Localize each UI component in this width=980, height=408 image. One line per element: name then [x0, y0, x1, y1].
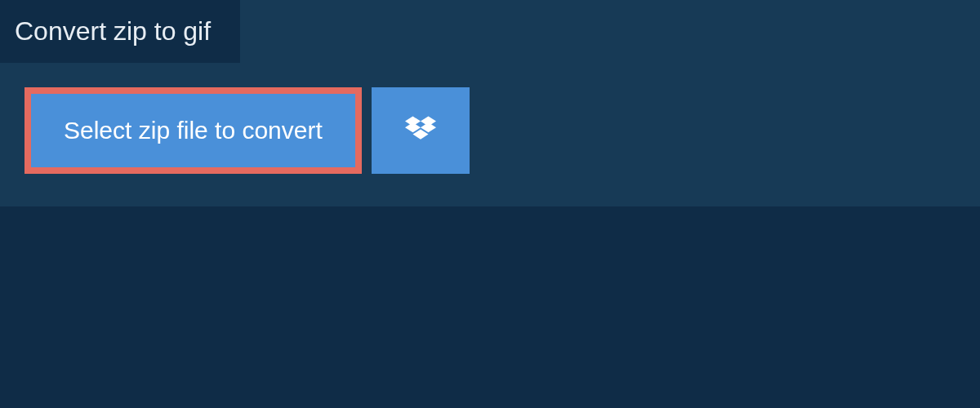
- select-file-button[interactable]: Select zip file to convert: [24, 87, 362, 174]
- converter-panel: Convert zip to gif Select zip file to co…: [0, 0, 980, 206]
- dropbox-icon: [405, 115, 436, 146]
- dropbox-button[interactable]: [372, 87, 470, 174]
- tab-title: Convert zip to gif: [0, 0, 240, 63]
- select-file-label: Select zip file to convert: [64, 117, 323, 144]
- button-row: Select zip file to convert: [0, 63, 980, 174]
